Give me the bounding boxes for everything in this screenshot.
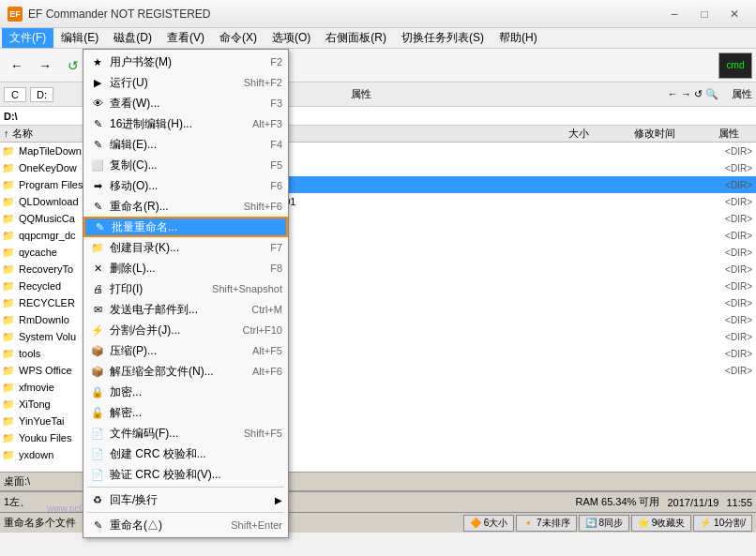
menu-file[interactable]: 文件(F) <box>2 28 53 48</box>
menu-shortcut: F8 <box>270 263 282 274</box>
menu-send-email[interactable]: ✉ 发送电子邮件到... Ctrl+M <box>83 299 288 320</box>
menu-shortcut: Alt+F5 <box>252 345 282 356</box>
fn6-button[interactable]: 🔶 6大小 <box>463 515 514 532</box>
toolbar-back[interactable]: ← <box>4 53 30 79</box>
menu-verify-crc[interactable]: 📄 验证 CRC 校验和(V)... <box>83 464 288 485</box>
folder-new-icon: 📁 <box>89 239 106 256</box>
folder-icon: 📁 <box>2 196 19 208</box>
menu-create-crc[interactable]: 📄 创建 CRC 校验和... <box>83 443 288 464</box>
maximize-button[interactable]: □ <box>690 5 718 23</box>
menu-shortcut: Ctrl+F10 <box>243 324 283 336</box>
menu-user-bookmarks[interactable]: ★ 用户书签(M) F2 <box>83 52 288 72</box>
folder-icon: 📁 <box>2 280 19 293</box>
menu-command[interactable]: 命令(X) <box>212 28 265 48</box>
menu-label: 压缩(P)... <box>110 343 249 359</box>
menu-compress[interactable]: 📦 压缩(P)... Alt+F5 <box>83 340 288 361</box>
toolbar-terminal[interactable]: cmd <box>718 53 752 79</box>
menu-shortcut: F6 <box>270 180 282 191</box>
app-icon: EF <box>8 7 23 22</box>
menu-options[interactable]: 选项(O) <box>265 28 318 48</box>
menu-tasklist[interactable]: 切换任务列表(S) <box>394 28 491 48</box>
menu-print[interactable]: 🖨 打印(I) Shift+Snapshot <box>83 278 288 299</box>
menu-batch-rename[interactable]: ✎ 批量重命名... <box>83 217 288 237</box>
menu-run[interactable]: ▶ 运行(U) Shift+F2 <box>83 72 288 93</box>
drive-d-left[interactable]: D: <box>30 87 53 102</box>
menu-shortcut: Shift+F5 <box>244 428 282 439</box>
folder-icon: 📁 <box>2 179 19 191</box>
menu-rename[interactable]: ✎ 重命名(R)... Shift+F6 <box>83 196 288 217</box>
rename-icon: ✎ <box>89 198 106 215</box>
file-size: <DIR> <box>700 281 756 292</box>
folder-icon: 📁 <box>2 297 19 309</box>
menu-shortcut: Shift+F2 <box>244 77 282 88</box>
menu-label: 验证 CRC 校验和(V)... <box>110 467 279 483</box>
menu-shortcut: F2 <box>270 56 282 68</box>
menu-delete[interactable]: ✕ 删除(L)... F8 <box>83 258 288 278</box>
menu-help[interactable]: 帮助(H) <box>491 28 545 48</box>
menu-edit[interactable]: 编辑(E) <box>53 28 106 48</box>
folder-icon: 📁 <box>2 365 19 377</box>
bottom-info: 重命名多个文件 <box>4 516 76 530</box>
menu-label: 打印(I) <box>110 281 208 297</box>
menu-shortcut: Shift+Enter <box>231 519 282 531</box>
menu-view[interactable]: 👁 查看(W)... F3 <box>83 93 288 113</box>
app-title: EF Commander NOT REGISTERED <box>28 8 210 21</box>
menu-hex-edit[interactable]: ✎ 16进制编辑(H)... Alt+F3 <box>83 113 288 134</box>
drive-c[interactable]: C <box>4 87 26 102</box>
minimize-button[interactable]: – <box>660 5 688 23</box>
right-col-attr: 属性 <box>718 127 756 141</box>
menu-label: 回车/换行 <box>110 492 271 508</box>
close-button[interactable]: ✕ <box>720 5 748 23</box>
email-icon: ✉ <box>89 301 106 318</box>
file-size: <DIR> <box>700 248 756 258</box>
time-status: 11:55 <box>726 497 752 508</box>
left-status: 1左、 <box>4 495 30 509</box>
menu-separator2 <box>87 512 284 513</box>
menu-copy[interactable]: ⬜ 复制(C)... F5 <box>83 155 288 175</box>
menu-split-merge[interactable]: ⚡ 分割/合并(J)... Ctrl+F10 <box>83 320 288 340</box>
menu-move[interactable]: ➡ 移动(O)... F6 <box>83 175 288 196</box>
file-size: <DIR> <box>700 231 756 241</box>
toolbar-forward[interactable]: → <box>32 53 58 79</box>
hex-icon: ✎ <box>89 115 106 132</box>
folder-icon: 📁 <box>2 145 19 158</box>
file-size: <DIR> <box>700 332 756 342</box>
folder-icon: 📁 <box>2 398 19 411</box>
file-size: <DIR> <box>700 146 756 157</box>
left-bottom-path-text: 桌面:\ <box>4 474 30 488</box>
encrypt-icon: 🔒 <box>89 383 106 400</box>
menu-encrypt[interactable]: 🔒 加密... <box>83 382 288 402</box>
fn7-button[interactable]: 🔸 7未排序 <box>516 515 576 532</box>
menu-file-encoding[interactable]: 📄 文件编码(F)... Shift+F5 <box>83 423 288 443</box>
fn9-button[interactable]: ⭐ 9收藏夹 <box>631 515 691 532</box>
date-status: 2017/11/19 <box>667 497 718 508</box>
submenu-arrow: ▶ <box>275 495 282 505</box>
folder-icon: 📁 <box>2 314 19 326</box>
menu-label: 重命名(R)... <box>110 199 240 215</box>
menu-edit[interactable]: ✎ 编辑(E)... F4 <box>83 134 288 155</box>
menu-label: 重命名(△) <box>110 518 227 533</box>
left-path: D:\ <box>4 111 18 122</box>
fn10-button[interactable]: ⚡ 10分割/ <box>693 515 752 532</box>
menu-label: 运行(U) <box>110 75 240 91</box>
right-col-size: 大小 <box>568 127 634 141</box>
folder-icon: 📁 <box>2 432 19 444</box>
menu-label: 复制(C)... <box>110 158 266 173</box>
fn8-button[interactable]: 🔄 8同步 <box>579 515 629 532</box>
menu-decompress[interactable]: 📦 解压缩全部文件(N)... Alt+F6 <box>83 361 288 382</box>
folder-icon: 📁 <box>2 230 19 242</box>
menu-separator1 <box>87 487 284 488</box>
menu-shortcut: F3 <box>270 98 282 109</box>
menu-recycle[interactable]: ♻ 回车/换行 ▶ <box>83 489 288 510</box>
menu-rightpanel[interactable]: 右侧面板(R) <box>318 28 394 48</box>
menu-decrypt[interactable]: 🔓 解密... <box>83 402 288 423</box>
menu-label: 16进制编辑(H)... <box>110 116 249 132</box>
file-size: <DIR> <box>700 349 756 359</box>
view-icon: 👁 <box>89 95 106 112</box>
encoding-icon: 📄 <box>89 425 106 442</box>
menu-view[interactable]: 查看(V) <box>159 28 212 48</box>
folder-icon: 📁 <box>2 348 19 360</box>
menu-batch-rename2[interactable]: ✎ 重命名(△) Shift+Enter <box>83 515 288 535</box>
menu-disk[interactable]: 磁盘(D) <box>106 28 159 48</box>
menu-create-dir[interactable]: 📁 创建目录(K)... F7 <box>83 237 288 258</box>
